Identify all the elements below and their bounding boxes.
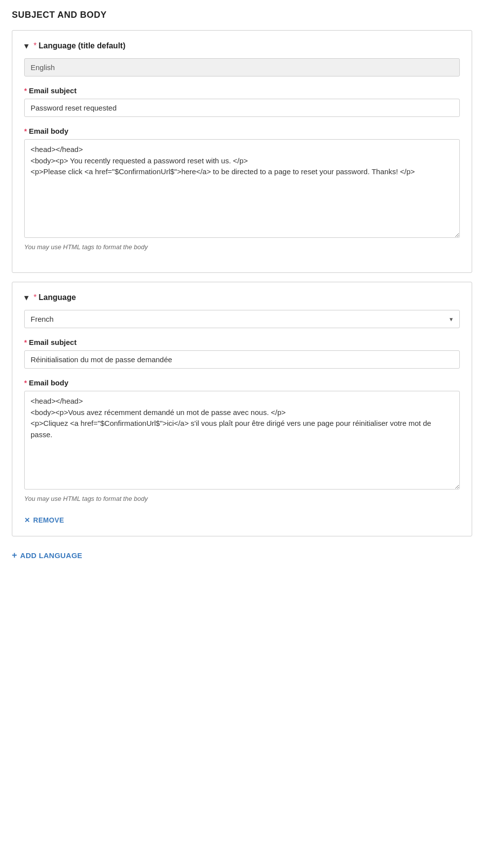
language-block-french: ▾ * Language French Spanish German Itali… bbox=[12, 282, 472, 536]
email-body-field-english: * Email body <head></head> <body><p> You… bbox=[24, 127, 460, 251]
add-plus-icon: + bbox=[12, 550, 17, 561]
language-label-french: Language bbox=[38, 293, 76, 302]
required-star-language-english: * bbox=[34, 41, 37, 50]
language-field-english bbox=[24, 58, 460, 76]
email-subject-field-english: * Email subject bbox=[24, 86, 460, 117]
email-subject-field-french: * Email subject bbox=[24, 338, 460, 369]
required-star-body-french: * bbox=[24, 379, 27, 387]
language-select-wrapper: French Spanish German Italian Portuguese bbox=[24, 310, 460, 328]
add-language-label: ADD LANGUAGE bbox=[20, 551, 82, 560]
email-body-textarea-english[interactable]: <head></head> <body><p> You recently req… bbox=[24, 139, 460, 238]
chevron-down-icon[interactable]: ▾ bbox=[24, 40, 29, 51]
language-default-label: Language (title default) bbox=[38, 41, 125, 50]
email-subject-label-french: * Email subject bbox=[24, 338, 460, 346]
remove-x-icon: ✕ bbox=[24, 516, 30, 524]
email-subject-input-english[interactable] bbox=[24, 99, 460, 117]
add-language-button[interactable]: + ADD LANGUAGE bbox=[12, 550, 82, 561]
required-star-language-french: * bbox=[34, 293, 37, 302]
email-body-label-english: * Email body bbox=[24, 127, 460, 135]
email-body-textarea-french[interactable]: <head></head> <body><p>Vous avez récemme… bbox=[24, 391, 460, 490]
chevron-down-icon-french[interactable]: ▾ bbox=[24, 292, 29, 303]
section-header-french: ▾ * Language bbox=[24, 292, 460, 303]
hint-text-french: You may use HTML tags to format the body bbox=[24, 495, 460, 502]
required-star-subject-french: * bbox=[24, 339, 27, 346]
required-star-body-english: * bbox=[24, 127, 27, 135]
remove-button-french[interactable]: ✕ REMOVE bbox=[24, 516, 64, 524]
section-header-english: ▾ * Language (title default) bbox=[24, 40, 460, 51]
language-select-field-french: French Spanish German Italian Portuguese bbox=[24, 310, 460, 328]
email-body-label-french: * Email body bbox=[24, 378, 460, 387]
email-subject-input-french[interactable] bbox=[24, 350, 460, 369]
email-subject-label-english: * Email subject bbox=[24, 86, 460, 95]
email-body-field-french: * Email body <head></head> <body><p>Vous… bbox=[24, 378, 460, 502]
required-star-subject-english: * bbox=[24, 87, 27, 95]
language-input-english[interactable] bbox=[24, 58, 460, 76]
remove-label: REMOVE bbox=[33, 516, 64, 524]
language-block-english: ▾ * Language (title default) * Email sub… bbox=[12, 30, 472, 273]
hint-text-english: You may use HTML tags to format the body bbox=[24, 243, 460, 251]
language-select-french[interactable]: French Spanish German Italian Portuguese bbox=[24, 310, 460, 328]
page-title: SUBJECT AND BODY bbox=[12, 10, 472, 20]
